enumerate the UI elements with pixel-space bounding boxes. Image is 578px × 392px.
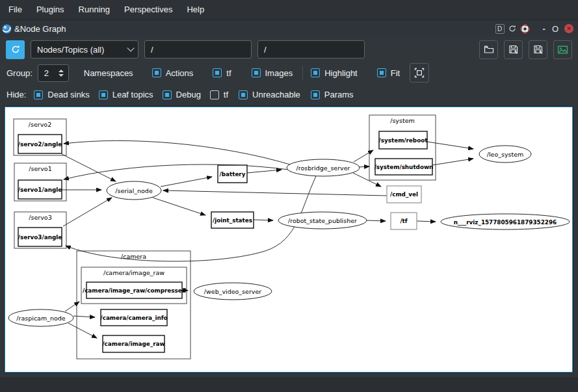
graph-edge-rosbridge-server-to-servo3-angle bbox=[66, 176, 316, 261]
save-image-icon bbox=[557, 44, 568, 55]
plugin-titlebar: &Node Graph D - O ✕ bbox=[0, 20, 578, 37]
checkbox-label: tf bbox=[226, 68, 231, 78]
checkbox-tf-hide[interactable]: tf bbox=[210, 90, 228, 99]
minimize-button[interactable]: - bbox=[541, 24, 547, 34]
status-bar bbox=[0, 378, 578, 392]
graph-topic-label: /system/shutdown bbox=[374, 164, 434, 170]
graph-node-label: /serial_node bbox=[115, 187, 153, 194]
graph-edge-cmd-vel-to-serial-node bbox=[163, 190, 387, 196]
graph-edge-rosbridge-server-to-servo2-angle bbox=[64, 140, 290, 164]
checkbox-fit[interactable]: Fit bbox=[377, 68, 400, 78]
checkbox-label: Actions bbox=[166, 68, 194, 78]
graph-edge-robot-state-publisher-to-tf bbox=[367, 220, 386, 221]
load-dot-button[interactable] bbox=[479, 40, 498, 59]
refresh-icon bbox=[10, 44, 21, 55]
graph-edge-serial-node-to-battery bbox=[161, 177, 212, 187]
open-folder-icon bbox=[484, 44, 494, 55]
graph-topic-label: /servo1/angle bbox=[18, 187, 62, 193]
checkbox-label: Fit bbox=[391, 68, 400, 78]
graph-canvas[interactable]: /servo2/servo1/servo3/system/camera/came… bbox=[5, 107, 573, 372]
menu-perspectives[interactable]: Perspectives bbox=[117, 0, 179, 20]
hide-options-row: Hide: Dead sinks Leaf topics Debug tf Un… bbox=[0, 84, 578, 105]
node-filter-input[interactable] bbox=[144, 40, 252, 59]
fit-in-view-icon bbox=[414, 68, 425, 78]
checkbox-label: Debug bbox=[176, 90, 201, 99]
graph-group-label: /servo2 bbox=[29, 121, 51, 128]
graph-edge-raspicam-node-to-camera-image-raw bbox=[68, 323, 97, 338]
menu-plugins[interactable]: Plugins bbox=[29, 0, 72, 20]
checkbox-highlight[interactable]: Highlight bbox=[311, 68, 358, 78]
graph-topic-label: /joint_states bbox=[213, 217, 252, 224]
graph-edge-servo2-angle-to-serial-node bbox=[62, 154, 116, 181]
checkbox-leaf-topics[interactable]: Leaf topics bbox=[99, 90, 153, 99]
menu-file[interactable]: File bbox=[1, 0, 29, 20]
save-svg-button[interactable] bbox=[529, 40, 547, 59]
checkbox-indicator bbox=[99, 90, 108, 99]
checkbox-debug[interactable]: Debug bbox=[163, 90, 201, 99]
maximize-button[interactable]: O bbox=[550, 24, 560, 34]
checkbox-label: Dead sinks bbox=[47, 90, 89, 99]
checkbox-indicator bbox=[252, 68, 261, 77]
topic-filter-input[interactable] bbox=[257, 40, 365, 59]
save-image-button[interactable] bbox=[553, 40, 572, 59]
graph-topic-label: /servo3/angle bbox=[18, 234, 62, 241]
menu-running[interactable]: Running bbox=[72, 0, 117, 20]
graph-group-label: /system bbox=[390, 117, 415, 124]
group-options-row: Group: 2 Namespaces Actions tf Images Hi… bbox=[0, 62, 578, 84]
graph-edge-raspicam-node-to-camera-image-raw-compressed bbox=[65, 302, 79, 311]
graph-node-label: /rosbridge_server bbox=[296, 164, 350, 172]
help-life-ring-icon[interactable] bbox=[520, 23, 531, 34]
checkbox-indicator bbox=[34, 90, 43, 99]
save-svg-icon bbox=[533, 44, 544, 55]
graph-topic-label: /camera/image_raw/compressed bbox=[83, 287, 186, 294]
spinner-arrows-icon[interactable] bbox=[59, 70, 68, 77]
group-level-spinner[interactable]: 2 bbox=[38, 64, 69, 82]
graph-edge-serial-node-to-joint-states bbox=[153, 198, 205, 215]
checkbox-unreachable[interactable]: Unreachable bbox=[239, 90, 300, 99]
graph-edge-system-reboot-to-leo-system bbox=[427, 142, 473, 149]
chevron-down-icon bbox=[127, 44, 134, 51]
menu-help[interactable]: Help bbox=[179, 0, 211, 20]
graph-edge-rosbridge-server-to-system-shutdown bbox=[358, 166, 369, 167]
graph-node-label: /leo_system bbox=[487, 151, 524, 158]
checkbox-indicator bbox=[311, 90, 320, 99]
close-icon[interactable]: ✕ bbox=[564, 24, 573, 33]
checkbox-images[interactable]: Images bbox=[252, 68, 293, 78]
graph-node-label: /raspicam_node bbox=[16, 315, 65, 322]
checkbox-params[interactable]: Params bbox=[311, 90, 354, 99]
checkbox-indicator bbox=[239, 90, 248, 99]
graph-topic-label: /servo2/angle bbox=[18, 141, 62, 148]
graph-group-label: /servo3 bbox=[29, 214, 51, 221]
graph-edge-battery-to-rosbridge-server bbox=[247, 170, 282, 173]
fit-in-view-button[interactable] bbox=[410, 63, 429, 83]
node-graph-svg: /servo2/servo1/servo3/system/camera/came… bbox=[5, 107, 572, 372]
graph-group-label: /servo1 bbox=[29, 165, 51, 172]
namespaces-label[interactable]: Namespaces bbox=[84, 68, 133, 78]
checkbox-tf-group[interactable]: tf bbox=[213, 68, 231, 78]
checkbox-label: tf bbox=[224, 90, 228, 99]
checkbox-indicator bbox=[163, 90, 172, 99]
dock-button[interactable]: D bbox=[495, 24, 505, 34]
view-mode-combobox[interactable]: Nodes/Topics (all) bbox=[31, 40, 138, 59]
checkbox-label: Images bbox=[265, 68, 293, 78]
save-dot-icon bbox=[508, 44, 519, 55]
graph-edge-system-shutdown-to-leo-system bbox=[432, 159, 473, 165]
save-dot-button[interactable] bbox=[504, 40, 523, 59]
graph-group-label: /camera/image_raw bbox=[103, 269, 164, 276]
checkbox-label: Highlight bbox=[324, 68, 358, 78]
reload-plugin-icon[interactable] bbox=[507, 23, 518, 34]
checkbox-indicator bbox=[311, 68, 320, 77]
graph-node-label: /robot_state_publisher bbox=[288, 217, 357, 224]
checkbox-indicator bbox=[152, 68, 161, 77]
graph-edge-rosbridge-server-to-system-reboot bbox=[354, 150, 373, 162]
plugin-title: &Node Graph bbox=[14, 24, 66, 34]
graph-toolbar: Nodes/Topics (all) bbox=[0, 37, 578, 62]
graph-edge-servo3-angle-to-serial-node bbox=[63, 198, 112, 226]
refresh-graph-button[interactable] bbox=[6, 40, 25, 59]
checkbox-actions[interactable]: Actions bbox=[152, 68, 194, 78]
graph-topic-label: /tf bbox=[400, 218, 407, 224]
graph-edge-tf-to-n-rviz-1577805961879352296 bbox=[417, 221, 436, 222]
toolbar-separator bbox=[302, 66, 303, 80]
menu-bar: File Plugins Running Perspectives Help bbox=[0, 0, 578, 20]
checkbox-dead-sinks[interactable]: Dead sinks bbox=[34, 90, 89, 99]
